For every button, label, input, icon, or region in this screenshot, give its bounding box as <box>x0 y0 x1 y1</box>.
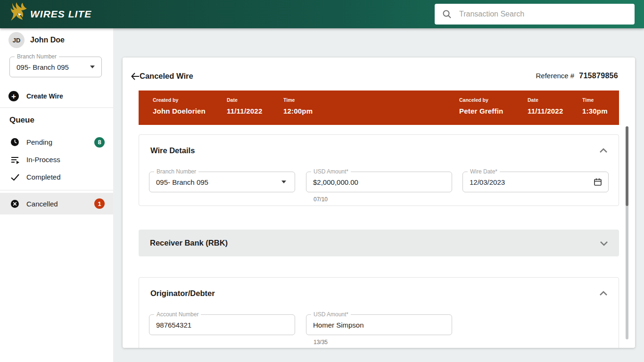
search-placeholder: Transaction Search <box>459 10 524 18</box>
sidebar-item-label: Pending <box>26 138 52 146</box>
sidebar: JD John Doe Branch Number 095- Branch 09… <box>0 28 113 362</box>
cancellation-banner: Created by John Doelorien Date 11/11/202… <box>139 90 619 125</box>
account-number-field[interactable]: Account Number 987654321 <box>149 314 295 335</box>
scrollbar-thumb[interactable] <box>626 126 628 206</box>
branch-number-field[interactable]: Branch Number 095- Branch 095 <box>149 172 295 192</box>
sidebar-item-cancelled[interactable]: Cancelled 1 <box>0 193 113 214</box>
reference-value: 715879856 <box>579 72 618 80</box>
in-process-icon <box>10 155 20 165</box>
usd-amount-field[interactable]: USD Amount* $2,000,000.00 <box>306 172 452 192</box>
wire-details-title: Wire Details <box>150 146 195 155</box>
queue-heading: Queue <box>9 115 34 125</box>
branch-number-select[interactable]: Branch Number 095- Branch 095 <box>9 57 102 77</box>
sidebar-divider <box>0 190 113 190</box>
chevron-down-icon[interactable] <box>598 238 610 249</box>
dropdown-caret-icon <box>90 66 95 68</box>
sidebar-item-label: Cancelled <box>26 200 58 208</box>
search-icon <box>442 9 452 19</box>
reference-label: Reference # <box>536 72 574 80</box>
receiver-bank-section[interactable]: Receiver Bank (RBK) <box>139 230 619 256</box>
wire-date-field[interactable]: Wire Date* 12/03/2023 <box>462 172 609 192</box>
dropdown-caret-icon <box>281 181 286 183</box>
sidebar-divider <box>0 107 113 108</box>
transaction-search-input[interactable]: Transaction Search <box>435 4 635 25</box>
banner-created-date: Date 11/11/2022 <box>227 97 262 115</box>
banner-created-by: Created by John Doelorien <box>153 97 206 115</box>
receiver-bank-title: Receiver Bank (RBK) <box>150 239 228 247</box>
plus-icon: + <box>8 91 19 101</box>
banner-canceled-time: Time 1:30pm <box>582 97 608 115</box>
chevron-up-icon[interactable] <box>598 145 609 156</box>
calendar-icon[interactable] <box>593 177 603 187</box>
cancelled-count-badge: 1 <box>94 198 105 209</box>
panel-title-row: Canceled Wire Reference #715879856 <box>123 71 635 83</box>
sidebar-item-pending[interactable]: Pending 8 <box>0 133 113 151</box>
cancel-circle-icon <box>10 199 20 208</box>
branch-number-select-value: 095- Branch 095 <box>17 57 85 77</box>
originator-title: Originator/Debter <box>150 289 215 298</box>
originator-section: Originator/Debter Account Number 9876543… <box>139 277 619 348</box>
avatar: JD <box>8 32 25 48</box>
page-title: Canceled Wire <box>140 72 193 81</box>
sidebar-item-label: In-Process <box>26 156 60 164</box>
app-title: WIRES LITE <box>30 0 91 28</box>
pending-count-badge: 8 <box>94 137 105 148</box>
banner-created-time: Time 12:00pm <box>283 97 313 115</box>
clock-icon <box>10 138 20 147</box>
banner-canceled-by: Canceled by Peter Greffin <box>459 97 503 115</box>
user-name: John Doe <box>30 36 65 44</box>
originator-usd-amount-field[interactable]: USD Amount* Homer Simpson <box>306 314 452 335</box>
originator-char-counter: 13/35 <box>314 339 328 346</box>
create-wire-button[interactable]: + Create Wire <box>8 90 63 102</box>
sidebar-item-label: Completed <box>26 173 61 181</box>
top-header-bar: WIRES LITE Transaction Search <box>0 0 644 28</box>
reference-number: Reference #715879856 <box>536 72 618 80</box>
wire-details-section: Wire Details Branch Number 095- Branch 0… <box>139 134 619 206</box>
eagle-logo-icon <box>8 2 29 26</box>
canceled-wire-panel: Canceled Wire Reference #715879856 Creat… <box>123 58 635 348</box>
create-wire-label: Create Wire <box>26 92 63 100</box>
check-icon <box>10 173 20 182</box>
sidebar-item-completed[interactable]: Completed <box>0 168 113 186</box>
sidebar-item-in-process[interactable]: In-Process <box>0 151 113 168</box>
app-root: WIRES LITE Transaction Search JD John Do… <box>0 0 644 362</box>
chevron-up-icon[interactable] <box>598 288 609 299</box>
usd-amount-char-counter: 07/10 <box>314 196 328 203</box>
banner-canceled-date: Date 11/11/2022 <box>528 97 563 115</box>
scrollbar-track[interactable] <box>626 126 628 339</box>
user-row: JD John Doe <box>8 32 65 48</box>
